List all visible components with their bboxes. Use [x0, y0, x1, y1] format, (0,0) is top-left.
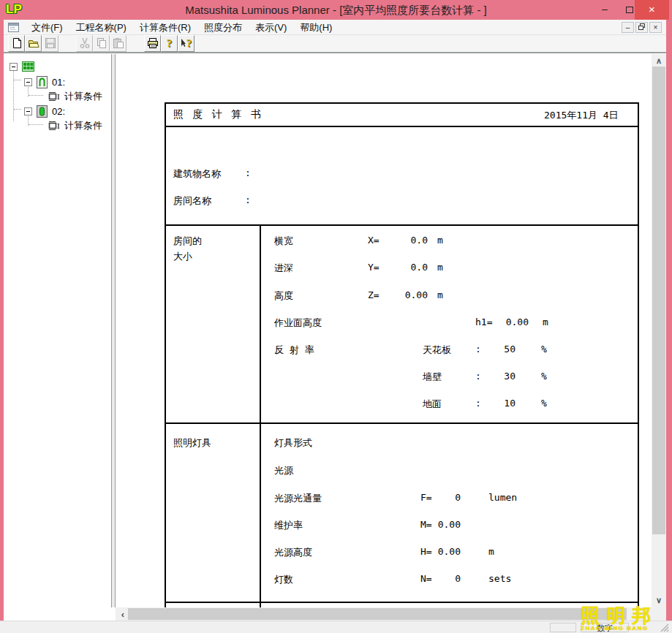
room-icon	[36, 105, 48, 118]
mdi-document-icon[interactable]	[8, 23, 19, 32]
light-row-value: 0.00	[388, 546, 461, 557]
table-border	[165, 102, 166, 607]
open-button[interactable]	[25, 35, 42, 52]
save-button[interactable]	[42, 35, 58, 52]
table-border	[260, 224, 261, 607]
calc-conditions-icon: I	[48, 91, 61, 102]
mdi-window-controls: – ×	[622, 22, 662, 33]
light-row-label: 光源光通量	[274, 492, 322, 505]
vertical-scrollbar[interactable]: ∧ ∨	[652, 54, 666, 607]
help-question-icon: ?	[186, 37, 192, 50]
paste-button[interactable]	[110, 35, 127, 52]
reflectance-value: 30	[442, 371, 516, 382]
room-icon	[36, 76, 48, 88]
tree-node-label: 计算条件	[64, 119, 102, 132]
horizontal-scrollbar[interactable]: ‹ ›	[116, 607, 652, 621]
light-row-value: 0	[388, 492, 461, 503]
table-border	[165, 102, 639, 104]
reflectance-value: 50	[442, 344, 516, 355]
resize-grip[interactable]	[660, 623, 669, 632]
tree-expander[interactable]	[24, 107, 32, 115]
reflectance-value: 10	[442, 398, 516, 409]
tree-connector	[29, 95, 43, 96]
reflectance-unit: %	[541, 398, 547, 409]
menu-illuminance-distribution[interactable]: 照度分布	[197, 20, 249, 35]
tree-expander[interactable]	[10, 63, 18, 71]
tree-root-node[interactable]	[10, 60, 34, 73]
open-folder-icon	[28, 37, 39, 49]
menu-file[interactable]: 文件(F)	[25, 20, 69, 35]
title-bar: LP Matsushita Luminous Planner - [室内平均照度…	[0, 0, 672, 20]
size-section-label: 房间的	[173, 235, 202, 248]
mdi-restore-icon	[638, 23, 645, 30]
about-button[interactable]: ?	[161, 35, 178, 52]
window-frame-right	[666, 20, 672, 621]
paste-clipboard-icon	[113, 37, 124, 49]
light-row-unit: lumen	[488, 492, 517, 503]
tree-node-room-01[interactable]: 01:	[24, 75, 65, 88]
size-row-value: 0.0	[355, 235, 428, 246]
mdi-restore-button[interactable]	[635, 22, 648, 33]
tree-node-room-02[interactable]: 02:	[24, 105, 65, 118]
close-button[interactable]: ×	[635, 0, 669, 20]
light-row-label: 光源	[274, 464, 293, 477]
mdi-minimize-button[interactable]: –	[622, 22, 634, 33]
horizontal-scroll-thumb[interactable]	[128, 608, 627, 620]
tree-expander[interactable]	[24, 78, 32, 86]
size-row-label: 反 射 率	[274, 344, 314, 357]
reflectance-surface: 墙壁	[423, 371, 442, 384]
status-pane-caps	[550, 623, 576, 632]
copy-button[interactable]	[93, 35, 110, 52]
print-icon	[147, 37, 159, 49]
lighting-section-label: 照明灯具	[173, 436, 211, 450]
context-help-button[interactable]: ?	[178, 35, 195, 52]
size-row-value: 0.00	[456, 316, 529, 327]
size-row-unit: m	[437, 289, 443, 300]
report-date: 2015年11月 4日	[544, 109, 619, 122]
menu-view[interactable]: 表示(V)	[249, 20, 293, 35]
vertical-scroll-thumb[interactable]	[652, 67, 665, 534]
status-pane-num: 数字	[581, 623, 629, 632]
menu-project-name[interactable]: 工程名称(P)	[69, 20, 133, 35]
status-bar: 数字	[0, 621, 672, 633]
light-row-label: 光源高度	[274, 546, 312, 559]
size-row-label: 作业面高度	[274, 316, 322, 330]
size-row-unit: m	[543, 316, 548, 327]
tree-node-calc-conditions-02[interactable]: I 计算条件	[48, 119, 102, 132]
reflectance-unit: %	[541, 371, 547, 382]
tree-node-calc-conditions-01[interactable]: I 计算条件	[48, 90, 102, 103]
calc-doc-glyph: I	[57, 121, 60, 130]
scroll-up-icon[interactable]: ∧	[652, 56, 666, 66]
minimize-button[interactable]: –	[594, 0, 616, 20]
menu-help[interactable]: 帮助(H)	[293, 20, 339, 35]
copy-icon	[96, 37, 107, 49]
scroll-right-icon[interactable]: ›	[640, 609, 649, 620]
scroll-left-icon[interactable]: ‹	[118, 609, 127, 620]
light-row-label: 灯数	[274, 573, 293, 586]
scroll-down-icon[interactable]: ∨	[652, 596, 666, 605]
print-button[interactable]	[144, 35, 161, 52]
cut-button[interactable]	[76, 35, 93, 52]
size-row-label: 进深	[274, 262, 293, 275]
size-row-unit: m	[437, 262, 443, 273]
reflectance-surface: 地面	[423, 398, 442, 411]
new-button[interactable]	[8, 35, 25, 52]
project-tree: 01: I 计算条件 02:	[4, 54, 111, 618]
light-row-label: 维护率	[274, 519, 303, 532]
save-icon	[45, 37, 56, 49]
tree-connector	[29, 124, 43, 125]
window-title: Matsushita Luminous Planner - [室内平均照度所要台…	[0, 4, 672, 18]
tree-node-label: 01:	[52, 77, 65, 88]
menu-bar: 文件(F) 工程名称(P) 计算条件(R) 照度分布 表示(V) 帮助(H) –…	[4, 20, 666, 35]
light-row-unit: sets	[488, 573, 511, 584]
mdi-close-button[interactable]: ×	[649, 22, 662, 33]
tree-node-label: 02:	[52, 106, 65, 117]
reflectance-unit: %	[541, 344, 547, 355]
building-name-label: 建筑物名称	[173, 167, 221, 181]
cut-scissors-icon	[79, 37, 91, 49]
about-question-icon: ?	[167, 37, 173, 50]
room-name-label: 房间名称	[173, 194, 211, 208]
size-row-value: 0.00	[355, 289, 428, 300]
menu-calc-conditions[interactable]: 计算条件(R)	[133, 20, 197, 35]
light-row-label: 灯具形式	[274, 436, 312, 450]
